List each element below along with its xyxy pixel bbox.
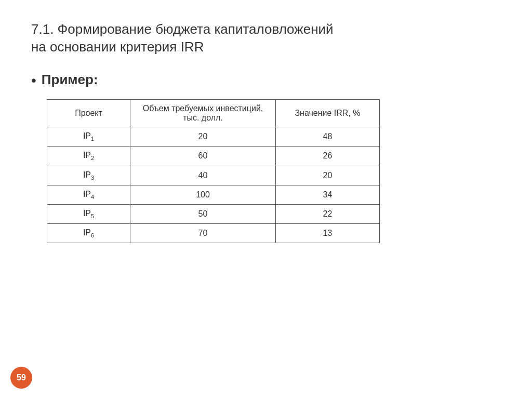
cell-project: IP6 bbox=[47, 224, 130, 243]
table-row: IP67013 bbox=[47, 224, 380, 243]
cell-project: IP1 bbox=[47, 127, 130, 147]
col-header-volume: Объем требуемых инвестиций, тыс. долл. bbox=[130, 100, 276, 127]
cell-project: IP4 bbox=[47, 185, 130, 204]
cell-irr: 20 bbox=[276, 166, 380, 185]
table-wrapper: Проект Объем требуемых инвестиций, тыс. … bbox=[47, 99, 501, 243]
cell-irr: 13 bbox=[276, 224, 380, 243]
cell-volume: 20 bbox=[130, 127, 276, 147]
page-title: 7.1. Формирование бюджета капиталовложен… bbox=[31, 21, 501, 56]
cell-project: IP5 bbox=[47, 204, 130, 223]
title-line2: на основании критерия IRR bbox=[31, 39, 204, 55]
cell-volume: 50 bbox=[130, 204, 276, 223]
cell-project: IP3 bbox=[47, 166, 130, 185]
table-row: IP12048 bbox=[47, 127, 380, 147]
title-line1: 7.1. Формирование бюджета капиталовложен… bbox=[31, 21, 334, 37]
table-row: IP410034 bbox=[47, 185, 380, 204]
table-row: IP34020 bbox=[47, 166, 380, 185]
table-row: IP55022 bbox=[47, 204, 380, 223]
col-header-project: Проект bbox=[47, 100, 130, 127]
cell-volume: 100 bbox=[130, 185, 276, 204]
cell-irr: 48 bbox=[276, 127, 380, 147]
page-container: 7.1. Формирование бюджета капиталовложен… bbox=[0, 0, 532, 399]
page-number-badge: 59 bbox=[10, 367, 32, 389]
example-label: Пример: bbox=[42, 72, 98, 88]
col-header-irr: Значение IRR, % bbox=[276, 100, 380, 127]
cell-irr: 26 bbox=[276, 147, 380, 166]
page-number: 59 bbox=[17, 373, 26, 382]
table-row: IP26026 bbox=[47, 147, 380, 166]
cell-volume: 60 bbox=[130, 147, 276, 166]
cell-volume: 40 bbox=[130, 166, 276, 185]
cell-irr: 34 bbox=[276, 185, 380, 204]
data-table: Проект Объем требуемых инвестиций, тыс. … bbox=[47, 99, 380, 243]
cell-volume: 70 bbox=[130, 224, 276, 243]
bullet-icon: • bbox=[31, 72, 36, 89]
cell-project: IP2 bbox=[47, 147, 130, 166]
bullet-section: • Пример: bbox=[31, 72, 501, 89]
cell-irr: 22 bbox=[276, 204, 380, 223]
